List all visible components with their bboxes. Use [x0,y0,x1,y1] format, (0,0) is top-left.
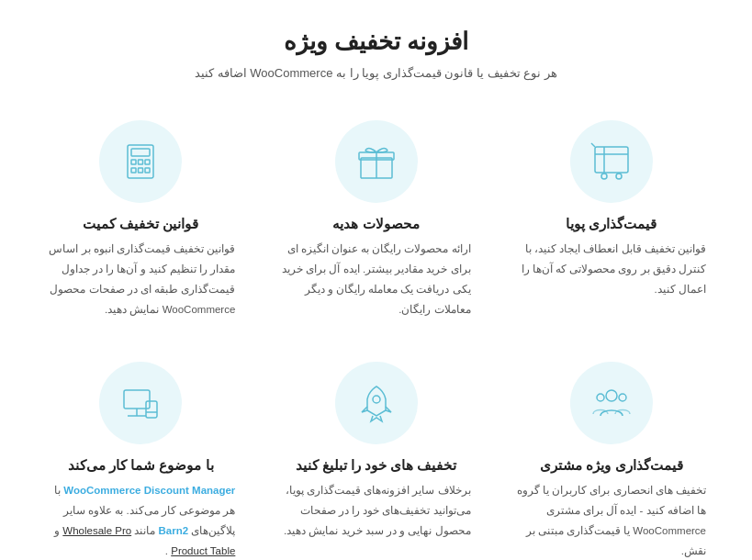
card-quantity-discount-title: قوانین تخفیف کمیت [83,216,198,232]
svg-rect-11 [139,160,143,164]
svg-rect-23 [146,401,157,418]
desc-product-table[interactable]: Product Table [171,545,235,556]
page-header: افزونه تخفیف ویژه هر نوع تخفیف یا قانون … [37,28,715,84]
svg-rect-0 [595,147,628,173]
page-subtitle: هر نوع تخفیف یا قانون قیمت‌گذاری پویا را… [37,63,715,84]
card-quantity-discount: قوانین تخفیف کمیت قوانین تخفیف قیمت‌گذار… [37,111,244,334]
icon-circle-calculator [99,120,182,203]
card-customer-pricing-desc: تخفیف های انحصاری برای کاربران یا گروه ه… [517,481,706,560]
card-gift-products-title: محصولات هدیه [332,216,419,232]
card-theme-compatible-desc: WooCommerce Discount Manager با هر موضوع… [46,481,235,560]
card-customer-pricing: قیمت‌گذاری ویژه مشتری تخفیف های انحصاری … [508,353,715,560]
card-advertise-discounts: تخفیف های خود را تبلیغ کنید برخلاف سایر … [272,353,479,560]
icon-circle-gift [335,120,418,203]
icon-circle-screen [99,362,182,444]
svg-point-16 [606,390,617,401]
svg-point-18 [619,394,626,401]
rocket-icon [354,381,398,425]
users-icon [589,381,634,425]
card-advertise-discounts-title: تخفیف های خود را تبلیغ کنید [296,457,457,474]
calculator-icon [118,140,163,184]
card-gift-products-desc: ارائه محصولات رایگان به عنوان انگیزه ای … [281,240,470,319]
card-advertise-discounts-desc: برخلاف سایر افزونه‌های قیمت‌گذاری پویا، … [281,481,470,542]
svg-point-3 [601,174,607,179]
svg-rect-15 [145,168,150,173]
screen-icon [118,381,163,425]
page-wrapper: افزونه تخفیف ویژه هر نوع تخفیف یا قانون … [0,0,752,560]
svg-point-17 [597,394,604,401]
desc-woocommerce-link[interactable]: WooCommerce Discount Manager [63,485,235,496]
svg-point-19 [373,396,380,403]
card-dynamic-pricing-title: قیمت‌گذاری پویا [566,216,657,232]
svg-rect-12 [145,160,150,164]
svg-rect-13 [131,168,136,173]
svg-point-4 [616,174,622,179]
icon-circle-users [570,362,653,444]
svg-rect-10 [131,160,136,164]
desc-wholesale-pro[interactable]: Wholesale Pro [62,525,131,536]
svg-rect-9 [131,149,150,156]
card-dynamic-pricing-desc: قوانین تخفیف قابل انعطاف ایجاد کنید، با … [517,240,706,300]
desc-barn2: Barn2 [159,525,189,536]
icon-circle-cart [570,120,653,203]
icon-circle-rocket [335,362,418,444]
card-customer-pricing-title: قیمت‌گذاری ویژه مشتری [540,457,682,474]
card-quantity-discount-desc: قوانین تخفیف قیمت‌گذاری انبوه بر اساس مق… [46,240,235,319]
card-theme-compatible-title: با موضوع شما کار می‌کند [68,457,214,474]
card-theme-compatible: با موضوع شما کار می‌کند WooCommerce Disc… [37,353,244,560]
card-dynamic-pricing: قیمت‌گذاری پویا قوانین تخفیف قابل انعطاف… [508,111,715,334]
svg-rect-14 [139,168,143,173]
cart-icon [589,140,634,184]
page-title: افزونه تخفیف ویژه [37,28,715,56]
card-gift-products: محصولات هدیه ارائه محصولات رایگان به عنو… [272,111,479,334]
gift-icon [354,140,398,184]
features-grid: قیمت‌گذاری پویا قوانین تخفیف قابل انعطاف… [37,111,715,560]
